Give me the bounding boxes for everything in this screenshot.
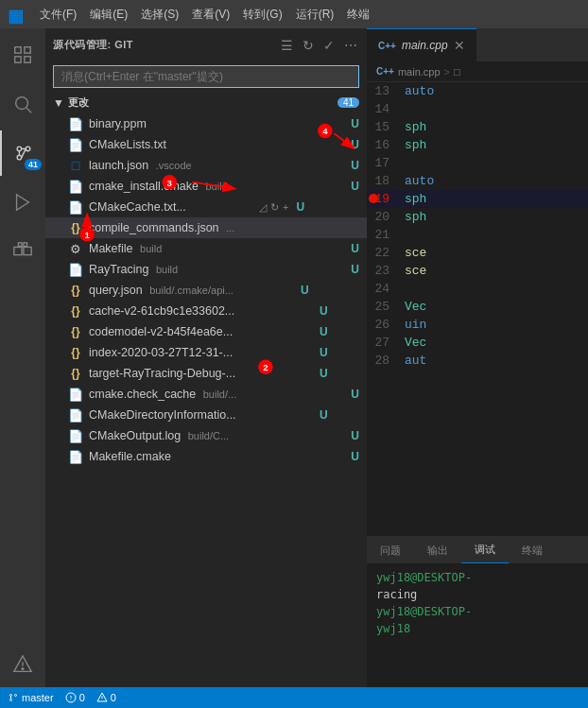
- file-name: binary.ppm: [89, 117, 347, 130]
- tab-output[interactable]: 输出: [414, 537, 461, 563]
- line-number: 27: [367, 336, 405, 350]
- tab-terminal[interactable]: 终端: [509, 537, 556, 563]
- breadcrumb-cpp-icon: C++: [376, 66, 394, 77]
- activity-alert[interactable]: [0, 642, 45, 687]
- file-icon: 📄: [68, 137, 83, 152]
- code-line-16: 16 sph: [367, 136, 588, 154]
- list-item[interactable]: {} cache-v2-61cb9c1e33602... U: [45, 301, 367, 321]
- editor-area[interactable]: 13 auto 14 15 sph 16 sph 17 18 auto: [367, 82, 588, 536]
- status-git[interactable]: master: [8, 692, 54, 703]
- list-item[interactable]: {} query.json build/.cmake/api... U: [45, 280, 367, 301]
- terminal-line: ywj18: [376, 620, 579, 637]
- file-status: U: [320, 367, 328, 380]
- activity-explorer[interactable]: [0, 32, 45, 78]
- line-number: 14: [367, 102, 405, 116]
- line-content: sph: [405, 120, 426, 134]
- menu-terminal[interactable]: 终端: [341, 5, 375, 25]
- list-item[interactable]: {} compile_commands.json ... 暂存更改: [45, 217, 367, 238]
- activity-git[interactable]: 41: [0, 130, 45, 176]
- status-errors[interactable]: 0: [65, 692, 85, 703]
- file-icon: {}: [68, 283, 83, 298]
- svg-rect-13: [18, 243, 22, 247]
- svg-point-30: [10, 699, 12, 701]
- breadcrumb-separator: >: [444, 66, 450, 78]
- refresh-button[interactable]: ↻: [301, 36, 316, 55]
- list-item[interactable]: 📄 CMakeLists.txt U: [45, 134, 367, 155]
- file-name: Makefile.cmake: [89, 450, 347, 463]
- line-content: sph: [405, 192, 426, 206]
- file-name: Makefile build: [89, 242, 347, 255]
- terminal-user: ywj18@DESKTOP-: [376, 571, 472, 584]
- file-list: 📄 binary.ppm U 📄 CMakeLists.txt U □ laun…: [45, 113, 367, 687]
- file-status: U: [301, 284, 309, 297]
- tab-debug-console[interactable]: 调试: [461, 537, 509, 563]
- svg-marker-10: [17, 195, 29, 211]
- activity-extensions[interactable]: [0, 229, 45, 274]
- list-item[interactable]: 📄 cmake_install.cmake build U: [45, 176, 367, 197]
- file-status: U: [320, 346, 328, 359]
- file-icon: {}: [68, 366, 83, 381]
- file-icon: {}: [68, 303, 83, 319]
- code-line-23: 23 sce: [367, 262, 588, 280]
- menu-goto[interactable]: 转到(G): [237, 5, 287, 25]
- menu-edit[interactable]: 编辑(E): [84, 5, 133, 25]
- close-tab-button[interactable]: ✕: [454, 38, 465, 53]
- activity-search[interactable]: [0, 81, 45, 127]
- list-item[interactable]: {} index-2020-03-27T12-31-... U: [45, 342, 367, 363]
- list-item[interactable]: □ launch.json .vscode U: [45, 155, 367, 176]
- commit-check-button[interactable]: ✓: [321, 36, 337, 55]
- list-item[interactable]: ⚙ Makefile build U: [45, 238, 367, 259]
- tab-main-cpp[interactable]: C++ main.cpp ✕: [367, 28, 476, 61]
- line-content: aut: [405, 354, 426, 368]
- menu-file[interactable]: 文件(F): [34, 5, 82, 25]
- line-content: Vec: [405, 336, 426, 350]
- file-status: U: [320, 325, 328, 338]
- terminal-text: racing: [376, 588, 417, 601]
- code-line-20: 20 sph: [367, 208, 588, 226]
- code-line-24: 24: [367, 280, 588, 298]
- code-line-14: 14: [367, 100, 588, 118]
- editor-tabs: C++ main.cpp ✕: [367, 28, 588, 61]
- more-actions-button[interactable]: ⋯: [342, 36, 359, 55]
- main-layout: 41 源代码管理: GIT ☰ ↻ ✓ ⋯ ▼: [0, 28, 588, 687]
- tab-problems[interactable]: 问题: [367, 537, 414, 563]
- sidebar-title: 源代码管理: GIT: [53, 38, 133, 52]
- menu-view[interactable]: 查看(V): [186, 5, 235, 25]
- code-line-27: 27 Vec: [367, 334, 588, 352]
- list-item[interactable]: 📄 CMakeDirectoryInformatio... U: [45, 405, 367, 425]
- file-status: U: [351, 263, 359, 276]
- terminal-area: ywj18@DESKTOP- racing ywj18@DESKTOP- ywj…: [367, 563, 588, 687]
- file-icon: 📄: [68, 116, 83, 131]
- file-icon: 📄: [68, 407, 83, 423]
- stage-all-button[interactable]: ☰: [279, 36, 295, 55]
- activity-debug[interactable]: [0, 180, 45, 225]
- undo-icon: ↻: [270, 201, 279, 214]
- list-item[interactable]: 📄 CMakeCache.txt... ◿ ↻ + U: [45, 197, 367, 217]
- list-item[interactable]: 📄 CMakeOutput.log build/C... U: [45, 425, 367, 446]
- line-number: 13: [367, 84, 405, 98]
- file-status: U: [351, 159, 359, 172]
- commit-message-input[interactable]: [53, 65, 359, 88]
- svg-rect-1: [25, 47, 30, 53]
- list-item[interactable]: 📄 cmake.check_cache build/... U: [45, 384, 367, 405]
- list-item[interactable]: {} codemodel-v2-b45f4ea6e... U: [45, 321, 367, 342]
- list-item[interactable]: 📄 binary.ppm U: [45, 113, 367, 134]
- file-icon: □: [68, 158, 83, 173]
- terminal-line: racing: [376, 586, 579, 603]
- file-icon: 📄: [68, 179, 83, 194]
- menu-run[interactable]: 运行(R): [290, 5, 340, 25]
- changes-section-header[interactable]: ▼ 更改 41: [45, 92, 367, 113]
- line-content: uin: [405, 318, 426, 332]
- file-status: U: [351, 117, 359, 130]
- list-item[interactable]: 📄 Makefile.cmake U: [45, 446, 367, 467]
- menu-select[interactable]: 选择(S): [135, 5, 184, 25]
- line-content: auto: [405, 174, 434, 188]
- bottom-tabs: 问题 输出 调试 终端: [367, 537, 588, 563]
- list-item[interactable]: 📄 RayTracing build U: [45, 259, 367, 280]
- file-name: RayTracing build: [89, 263, 347, 276]
- status-warnings[interactable]: 0: [96, 692, 116, 703]
- terminal-user2: ywj18@DESKTOP-: [376, 605, 472, 618]
- code-line-18: 18 auto: [367, 172, 588, 190]
- list-item[interactable]: {} target-RayTracing-Debug-... U: [45, 363, 367, 384]
- code-line-26: 26 uin: [367, 316, 588, 334]
